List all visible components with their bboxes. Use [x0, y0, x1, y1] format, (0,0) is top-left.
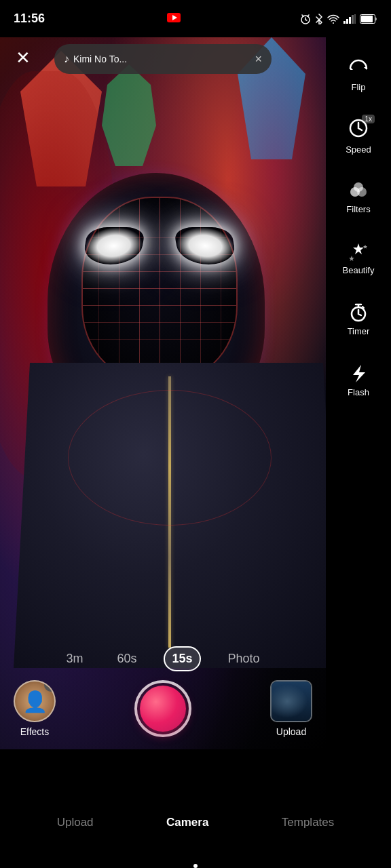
upload-thumbnail-button[interactable]: Upload: [270, 680, 312, 737]
timer-mode-3m[interactable]: 3m: [59, 648, 90, 670]
flip-icon: [348, 58, 369, 79]
nav-items: Upload Camera Templates: [0, 773, 391, 859]
nav-active-dot: [193, 864, 198, 868]
bottom-controls: × Effects Upload: [0, 675, 326, 743]
record-button[interactable]: [134, 680, 191, 737]
effects-close-icon[interactable]: ×: [44, 680, 56, 692]
signal-icon: [343, 14, 356, 24]
svg-rect-6: [349, 17, 351, 24]
nav-item-templates[interactable]: Templates: [282, 816, 334, 829]
timer-modes-row: 3m 60s 15s Photo: [0, 646, 326, 671]
nav-templates-label: Templates: [282, 816, 334, 829]
svg-point-3: [333, 22, 334, 24]
battery-icon: [360, 14, 377, 24]
close-icon: ✕: [16, 47, 31, 68]
nav-upload-label: Upload: [57, 816, 94, 829]
beautify-label: Beautify: [343, 265, 375, 275]
svg-rect-8: [354, 14, 356, 24]
spiderman-mask: [81, 197, 238, 380]
flip-label: Flip: [352, 82, 366, 92]
jacket-web-pattern: [68, 390, 272, 526]
close-button[interactable]: ✕: [10, 44, 37, 71]
nav-camera-label: Camera: [166, 816, 208, 829]
svg-rect-4: [343, 21, 346, 24]
music-title: Kimi No To...: [73, 54, 249, 64]
status-time: 11:56: [14, 12, 45, 26]
effects-avatar: ×: [14, 680, 56, 722]
effects-button[interactable]: × Effects: [14, 680, 56, 737]
filters-label: Filters: [346, 204, 370, 214]
sidebar-item-filters[interactable]: Filters: [326, 166, 391, 227]
sidebar-item-timer[interactable]: Timer: [326, 288, 391, 349]
bottom-navigation: Upload Camera Templates: [0, 773, 391, 868]
youtube-icon: [167, 13, 181, 25]
record-button-inner: [140, 686, 186, 732]
upload-label: Upload: [276, 726, 306, 737]
wifi-icon: [327, 14, 339, 24]
camera-viewfinder: [0, 37, 326, 749]
bluetooth-icon: [315, 14, 323, 24]
beautify-icon: [348, 241, 369, 262]
spiderman-figure: [14, 92, 326, 614]
music-note-icon: ♪: [64, 53, 69, 65]
camera-background: [0, 37, 326, 749]
svg-rect-5: [346, 19, 348, 24]
music-close-button[interactable]: ×: [255, 52, 262, 66]
svg-rect-7: [352, 15, 354, 24]
music-bar[interactable]: ♪ Kimi No To... ×: [54, 44, 272, 74]
timer-label: Timer: [348, 326, 370, 336]
effects-label: Effects: [20, 726, 50, 737]
nav-item-camera[interactable]: Camera: [166, 816, 208, 829]
nav-item-upload[interactable]: Upload: [57, 816, 94, 829]
right-sidebar: Flip 1x Speed Filters Beautify: [326, 37, 391, 410]
filters-icon: [348, 180, 369, 201]
sidebar-item-flash[interactable]: Flash: [326, 349, 391, 410]
sidebar-item-speed[interactable]: 1x Speed: [326, 105, 391, 166]
sidebar-item-flip[interactable]: Flip: [326, 44, 391, 105]
svg-rect-10: [361, 16, 373, 22]
status-icons: [300, 14, 377, 24]
alarm-icon: [300, 14, 311, 24]
speed-label: Speed: [346, 144, 371, 155]
sidebar-item-beautify[interactable]: Beautify: [326, 227, 391, 288]
timer-mode-photo[interactable]: Photo: [221, 648, 267, 670]
timer-mode-15s[interactable]: 15s: [164, 646, 200, 671]
speed-badge: 1x: [362, 115, 375, 123]
flash-label: Flash: [348, 387, 369, 397]
svg-point-14: [354, 182, 363, 192]
upload-thumbnail: [270, 680, 312, 722]
timer-icon: [348, 302, 369, 323]
web-pattern: [83, 198, 236, 378]
timer-mode-60s[interactable]: 60s: [110, 648, 143, 670]
status-bar: 11:56: [0, 0, 391, 37]
flash-icon: [348, 363, 369, 384]
